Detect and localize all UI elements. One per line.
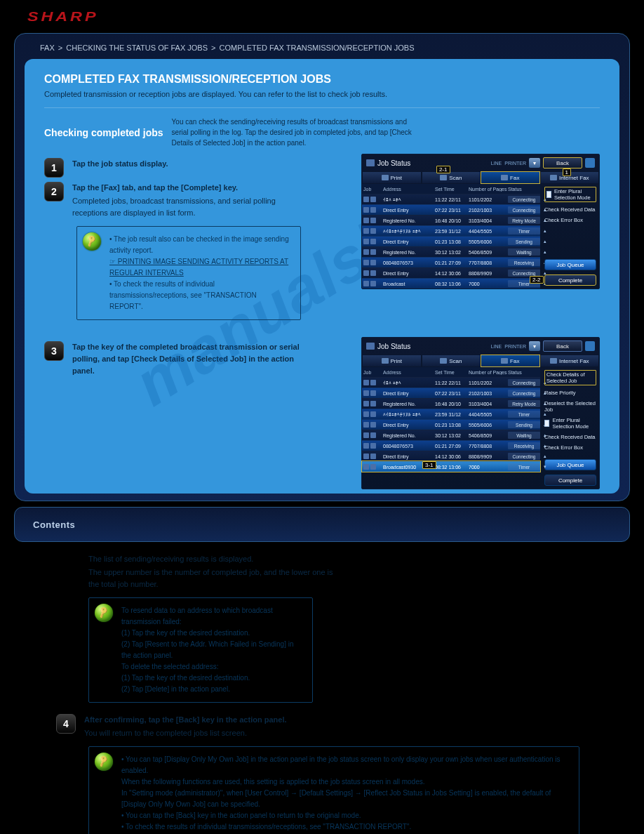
section-heading: Checking completed jobs You can check th… [44,117,600,148]
lower-content: The list of sending/receiving results is… [56,553,588,834]
tab-ifax[interactable]: Internet Fax [540,355,600,367]
tip3-l4: • To check the results of individual tra… [121,821,570,833]
tip3-l3: • You can tap the [Back] key in the acti… [121,810,570,821]
opt-check-details[interactable]: Check Details of Selected Job [544,370,596,385]
tip2-l1: (1) Tap the key of the desired destinati… [121,628,304,639]
tip-box-3: • You can tap [Display Only My Own Job] … [88,746,579,834]
home-icon[interactable] [585,158,595,168]
opt-deselect[interactable]: Deselect the Selected Job [544,400,596,413]
outer-panel: FAX > CHECKING THE STATUS OF FAX JOBS > … [14,33,630,501]
table-row[interactable]: ﾊｲﾛﾆﾎﾍﾁﾘﾇﾙ ﾆﾎﾍ23:59 31/124404/5505Timer▴ [362,409,540,419]
job-queue-button[interactable]: Job Queue [544,259,596,270]
crumb-3: COMPLETED FAX TRANSMISSION/RECEPTION JOB… [220,44,415,52]
callout-3-1: 3-1 [422,461,436,469]
tip2-l2: (2) Tap [Resent to the Addr. Which Faile… [121,639,304,661]
tip-box-1: • The job result also can be checked in … [76,226,301,320]
callout-2-1: 2-1 [436,166,450,173]
tip2-l3: To delete the selected address: [121,661,304,673]
step-3-lead: Tap the key of the completed broadcast t… [72,343,300,375]
tip2-l4: (1) Tap the key of the desired destinati… [121,673,304,684]
step-badge-4: 4 [56,714,76,734]
hud-line: LINE [491,161,502,166]
table-row[interactable]: Registered No.16:48 20/103103/4004Retry … [362,215,540,225]
section-subtitle: You can check the sending/receiving resu… [172,117,424,148]
back-button[interactable]: Back [543,340,582,352]
tip3-l0: • You can tap [Display Only My Own Job] … [121,754,570,776]
opt-received-data[interactable]: Check Received Data [544,206,596,213]
opt-received-data[interactable]: Check Received Data [544,434,596,440]
selected-row[interactable]: Broadcast0930 08:32 13:06 7000 Timer ▾ 3… [362,461,540,472]
breadcrumb: FAX > CHECKING THE STATUS OF FAX JOBS > … [25,41,619,59]
crumb-1: FAX [40,44,55,52]
step-badge-3: 3 [44,341,64,361]
step-4-sub: You will return to the completed jobs li… [84,727,287,739]
step-1-text: Tap the job status display. [72,159,168,168]
tab-scan[interactable]: Scan [422,355,481,367]
opt-selection-mode[interactable]: Enter Plural Selection Mode [544,417,596,430]
table-row[interactable]: Direct Entry01:23 13:085505/6006Sending▴ [362,419,540,430]
divider [44,107,600,108]
key-icon [95,753,113,771]
table-row[interactable]: Registered No.30:12 13:025406/8509Waitin… [362,430,540,440]
table-row[interactable]: Direct Entry14:12 30:068808/9909Connecti… [362,451,540,461]
tab-fax[interactable]: Fax [481,171,540,184]
screenshot-1: Job Status LINE PRINTER ▾ Back 1 Print S… [361,154,600,289]
tab-scan[interactable]: Scan [422,171,481,184]
tip2-l0: To resend data to an address to which br… [121,605,304,628]
page-title: COMPLETED FAX TRANSMISSION/RECEPTION JOB… [44,73,600,86]
tab-print[interactable]: Print [362,355,422,367]
table-row[interactable]: ﾊｲﾛﾆﾎﾍﾁﾘﾇﾙ ﾆﾎﾍ23:59 31/124404/5505Timer▴ [362,225,540,236]
complete-button[interactable]: Complete 2-2 [544,274,596,286]
step-1: 1 Tap the job status display. [44,158,311,178]
table-row[interactable]: 0804807657301:21 27:097707/8808Receiving… [362,440,540,451]
table-row[interactable]: Registered No.16:48 20/103103/4004Retry … [362,398,540,409]
callout-1: 1 [563,168,571,176]
opt-error-box[interactable]: Check Error Box [544,444,596,451]
hud-printer: PRINTER [504,161,526,166]
tab-fax[interactable]: Fax [481,355,540,367]
tip3-l2: In "Setting mode (administrator)", when … [121,788,570,810]
table-header: JobAddressSet TimeNumber of PagesStatus [362,367,540,377]
tip1-line2[interactable]: ☞ PRINTING IMAGE SENDING ACTIVITY REPORT… [109,256,292,279]
table-header: JobAddressSet TimeNumber of PagesStatus [362,184,540,194]
home-icon[interactable] [585,341,595,351]
table-row[interactable]: ｲﾛﾊ ﾆﾎﾍ11:22 22/111101/2202Connecting▴ [362,194,540,204]
screenshot-2: Job Status LINE PRINTER ▾ Back Print Sca… [361,337,600,489]
table-row[interactable]: Direct Entry14:12 30:068808/9909Connecti… [362,267,540,278]
dropdown-icon[interactable]: ▾ [529,341,540,351]
step-2-lead: Tap the [Fax] tab, and tap the [Complete… [72,183,238,192]
opt-error-box[interactable]: Check Error Box [544,217,596,223]
tip1-line1: • The job result also can be checked in … [109,234,292,256]
complete-button[interactable]: Complete [544,475,596,486]
table-row[interactable]: Broadcast08:32 13:067000Timer▴ [362,278,540,289]
jobstatus-icon [366,159,375,166]
step-badge-2: 2 [44,182,64,201]
back-button[interactable]: Back [543,157,582,168]
section-title: Checking completed jobs [44,127,163,138]
shot-title: Job Status [377,159,410,167]
table-row[interactable]: Direct Entry01:23 13:085505/6006Sending▴ [362,236,540,246]
table-row[interactable]: Direct Entry07:22 23/112102/1003Connecti… [362,388,540,398]
step-2: 2 Tap the [Fax] tab, and tap the [Comple… [44,182,311,219]
table-row[interactable]: 0804807657301:21 27:097707/8808Receiving… [362,257,540,267]
callout-2-2: 2-2 [530,276,544,284]
key-icon [95,604,113,622]
table-row[interactable]: Direct Entry07:22 23/112102/1003Connecti… [362,204,540,215]
step-4-lead: After confirming, tap the [Back] key in … [84,715,287,724]
job-queue-button[interactable]: Job Queue [544,459,596,470]
dropdown-icon[interactable]: ▾ [529,158,540,168]
key-icon [83,232,101,251]
step-3-sub1: The list of sending/receiving results is… [88,553,334,565]
toc-strip[interactable]: Contents [14,507,630,542]
tip-box-2: To resend data to an address to which br… [88,597,313,703]
table-row[interactable]: Registered No.30:12 13:025406/8509Waitin… [362,246,540,257]
opt-selection-mode[interactable]: Enter Plural Selection Mode [544,187,596,202]
table-row[interactable]: ｲﾛﾊ ﾆﾎﾍ11:22 22/111101/2202Connecting▴ [362,377,540,388]
step-3: 3 Tap the key of the completed broadcast… [44,341,311,377]
opt-raise-priority[interactable]: Raise Priority [544,390,596,396]
step-badge-1: 1 [44,158,64,178]
step-2-sub: Completed jobs, broadcast transmissions,… [72,195,311,219]
tab-print[interactable]: Print [362,171,422,184]
content-card: manualshve.c COMPLETED FAX TRANSMISSION/… [25,59,619,494]
sharp-logo: SHARP [0,0,644,29]
